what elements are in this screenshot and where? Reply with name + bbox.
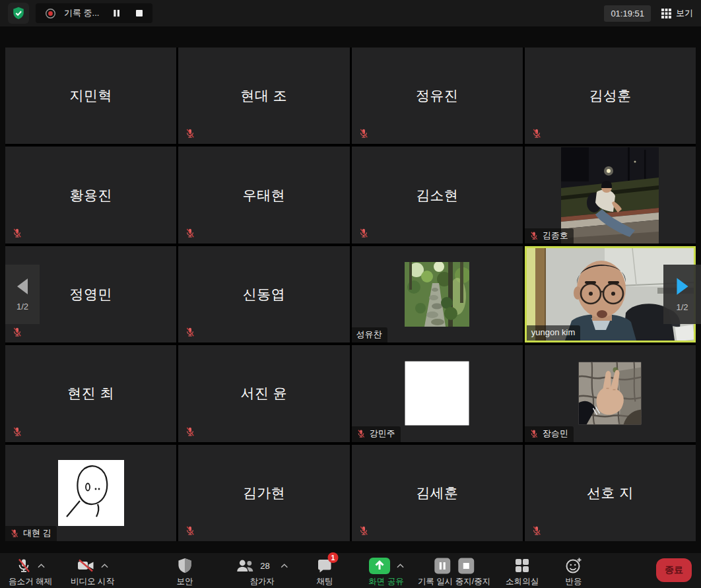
muted-mic-icon (185, 228, 195, 238)
muted-mic-icon (529, 429, 539, 438)
tool-label: 화면 공유 (368, 576, 403, 587)
participant-name: 서진 윤 (178, 345, 349, 441)
page-indicator: 1/2 (17, 302, 28, 311)
unmute-button[interactable]: 음소거 해제 (9, 556, 52, 587)
recording-pause-stop-button[interactable]: 기록 일시 중지/중지 (418, 556, 490, 587)
previous-page-button[interactable]: 1/2 (5, 265, 40, 324)
tile-hwangyongjin[interactable]: 황용진 (5, 147, 176, 243)
breakout-rooms-button[interactable]: 소회의실 (506, 556, 539, 587)
tool-label: 채팅 (317, 576, 333, 587)
meeting-info-shield-button[interactable] (8, 3, 29, 24)
page-indicator: 1/2 (676, 302, 688, 312)
participant-name: 대현 김 (23, 528, 51, 539)
participant-name: 김세훈 (352, 445, 523, 541)
muted-mic-icon (358, 128, 369, 139)
tile-jeongyujin[interactable]: 정유진 (352, 48, 523, 144)
stop-recording-icon[interactable] (457, 558, 474, 574)
participant-name: 김가현 (178, 445, 349, 541)
tile-shindongyeop[interactable]: 신동엽 (178, 246, 349, 343)
meeting-toolbar: 음소거 해제 비디오 시작 보안 (0, 553, 701, 588)
muted-mic-icon (185, 327, 195, 337)
tile-wootaehyun[interactable]: 우태현 (178, 147, 349, 243)
tool-label: 비디오 시작 (71, 576, 114, 587)
tile-hyundae-jo[interactable]: 현대 조 (178, 48, 349, 144)
breakout-rooms-icon (514, 558, 530, 573)
participant-name: yungon kim (531, 327, 575, 338)
gallery-grid-icon (661, 9, 671, 18)
stop-recording-icon[interactable] (135, 9, 143, 17)
recording-status-text: 기록 중... (64, 7, 99, 19)
tool-label: 소회의실 (506, 576, 539, 587)
tool-label: 음소거 해제 (9, 576, 52, 587)
participant-name: 성유찬 (356, 329, 382, 340)
muted-mic-icon (12, 426, 22, 437)
participant-video-doodle-face (58, 460, 124, 526)
shield-check-icon (11, 6, 26, 20)
participant-name-label: yungon kim (527, 325, 580, 341)
tile-kimjongho[interactable]: 김종호 (525, 147, 696, 243)
participants-button[interactable]: 28 참가자 (236, 556, 288, 587)
muted-mic-icon (185, 426, 195, 437)
next-page-button[interactable]: 1/2 (663, 265, 701, 324)
tile-jiminhyuk[interactable]: 지민혁 (5, 48, 176, 144)
chevron-up-icon[interactable] (397, 564, 404, 568)
participant-name-label: 장승민 (525, 426, 574, 441)
security-button[interactable]: 보안 (177, 556, 193, 587)
participant-name: 지민혁 (5, 48, 176, 144)
tile-seongyuchan[interactable]: 성유찬 (352, 246, 523, 343)
chevron-up-icon[interactable] (38, 564, 45, 568)
participant-name: 김소현 (352, 147, 523, 243)
tile-kimsehun[interactable]: 김세훈 (352, 445, 523, 541)
end-meeting-button[interactable]: 종료 (656, 558, 692, 582)
muted-mic-icon (356, 429, 366, 438)
tile-kangminju[interactable]: 강민주 (352, 345, 523, 441)
muted-mic-icon (531, 128, 542, 139)
tile-kimseonghun[interactable]: 김성훈 (525, 48, 696, 144)
muted-mic-icon (529, 231, 539, 240)
participant-name: 장승민 (543, 428, 568, 439)
participant-name-label: 성유찬 (352, 327, 387, 343)
tool-label: 참가자 (250, 576, 275, 587)
participants-icon (236, 558, 254, 573)
chevron-left-icon (15, 277, 30, 296)
participant-name: 정유진 (352, 48, 523, 144)
participant-video-night-photo (561, 147, 659, 244)
muted-mic-icon (10, 529, 19, 538)
participants-count: 28 (260, 561, 269, 571)
muted-mic-icon (12, 228, 22, 238)
tile-seojin-yoon[interactable]: 서진 윤 (178, 345, 349, 441)
muted-mic-icon (358, 525, 369, 536)
participant-grid: 지민혁 현대 조 정유진 김성훈 황용진 우태현 김소현 (5, 48, 696, 541)
tile-hyunjin-choi[interactable]: 현진 최 (5, 345, 176, 441)
tile-jangseungmin[interactable]: 장승민 (525, 345, 696, 441)
tile-sunho-ji[interactable]: 선호 지 (525, 445, 696, 541)
record-icon (45, 8, 56, 19)
tool-label: 기록 일시 중지/중지 (418, 576, 490, 587)
video-muted-icon (77, 558, 95, 573)
start-video-button[interactable]: 비디오 시작 (71, 556, 114, 587)
share-screen-icon (368, 557, 391, 575)
share-screen-button[interactable]: 화면 공유 (368, 556, 404, 587)
chat-button[interactable]: 1 채팅 (317, 556, 333, 587)
chat-unread-badge: 1 (328, 552, 339, 563)
chevron-up-icon[interactable] (281, 564, 288, 568)
top-bar: 기록 중... 01:19:51 보기 (0, 0, 701, 26)
participant-name: 현진 최 (5, 345, 176, 441)
participant-name: 신동엽 (178, 246, 349, 343)
chevron-up-icon[interactable] (101, 564, 108, 568)
participant-video-white-screen (405, 362, 469, 426)
view-button[interactable]: 보기 (661, 7, 693, 19)
shield-icon (178, 558, 193, 574)
tile-daehyun-kim[interactable]: 대현 김 (5, 445, 176, 541)
muted-mic-icon (358, 228, 369, 238)
reactions-button[interactable]: 반응 (565, 556, 582, 587)
pause-recording-icon[interactable] (112, 9, 121, 18)
participant-name-label: 강민주 (352, 426, 401, 441)
participant-name: 선호 지 (525, 445, 696, 541)
participant-name-label: 대현 김 (5, 526, 57, 541)
pause-recording-icon[interactable] (434, 558, 450, 574)
tile-kimsohyun[interactable]: 김소현 (352, 147, 523, 243)
tool-label: 반응 (566, 576, 582, 587)
mic-muted-icon (16, 557, 32, 574)
tile-kimgahyun[interactable]: 김가현 (178, 445, 349, 541)
